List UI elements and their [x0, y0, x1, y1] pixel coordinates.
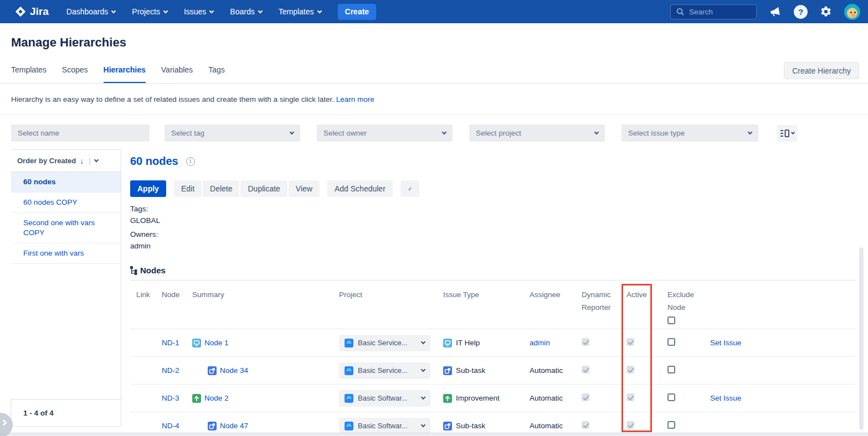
user-avatar[interactable]: [844, 4, 860, 20]
it-help-icon: [192, 339, 201, 347]
delete-button[interactable]: Delete: [203, 180, 239, 197]
assignee-link[interactable]: admin: [530, 339, 550, 347]
nav-dashboards[interactable]: Dashboards: [66, 7, 116, 16]
pagination: 1 - 4 of 4: [11, 399, 121, 427]
node-key-link[interactable]: ND-2: [162, 366, 192, 375]
chevron-down-icon: [442, 130, 446, 134]
tab-tags[interactable]: Tags: [208, 65, 225, 84]
col-node: Node: [162, 288, 192, 301]
jira-logo[interactable]: Jira: [14, 6, 49, 18]
exclude-node-checkbox[interactable]: [667, 366, 675, 373]
col-assignee: Assignee: [530, 288, 582, 301]
assignee-value: Automatic: [530, 422, 563, 430]
issue-type-label: Sub-task: [456, 422, 485, 430]
chevron-down-icon: [421, 340, 425, 344]
nav-boards[interactable]: Boards: [230, 7, 261, 16]
chevron-down-icon: [421, 395, 425, 399]
tab-scopes[interactable]: Scopes: [62, 65, 88, 84]
duplicate-button[interactable]: Duplicate: [240, 180, 287, 197]
active-checkbox: [626, 338, 634, 346]
info-icon[interactable]: i: [186, 157, 195, 166]
node-summary-link[interactable]: Node 47: [220, 422, 248, 430]
hierarchy-item-first-one[interactable]: First one with vars: [11, 243, 121, 264]
add-scheduler-button[interactable]: Add Scheduler: [327, 180, 393, 197]
hierarchy-item-60-nodes-copy[interactable]: 60 nodes COPY: [11, 193, 121, 213]
project-dropdown[interactable]: Basic Softwar...: [339, 418, 430, 434]
set-issue-link[interactable]: Set Issue: [710, 394, 741, 402]
dynamic-reporter-checkbox: [582, 393, 589, 401]
active-checkbox: [626, 421, 634, 429]
sort-descending-icon[interactable]: ↓: [80, 157, 84, 165]
col-dynamic-reporter: Dynamic Reporter: [582, 288, 626, 314]
nav-issues[interactable]: Issues: [184, 7, 213, 16]
project-avatar-icon: [345, 366, 353, 375]
nav-projects[interactable]: Projects: [132, 7, 167, 16]
edit-button[interactable]: Edit: [174, 180, 202, 197]
exclude-node-checkbox[interactable]: [667, 393, 675, 401]
node-summary-link[interactable]: Node 1: [204, 339, 229, 347]
view-button[interactable]: View: [289, 180, 320, 197]
col-link: Link: [136, 288, 162, 301]
learn-more-link[interactable]: Learn more: [336, 95, 374, 103]
search-input[interactable]: Search: [670, 4, 757, 19]
hierarchy-item-second-one[interactable]: Second one with vars COPY: [11, 213, 121, 243]
page-title: Manage Hierarchies: [11, 35, 126, 50]
chevron-down-icon: [421, 423, 425, 427]
dynamic-reporter-checkbox: [582, 421, 589, 429]
copy-link-button[interactable]: [400, 180, 419, 197]
nav-templates[interactable]: Templates: [279, 7, 321, 16]
chevron-down-icon[interactable]: [94, 158, 98, 162]
sub-task-icon: [208, 422, 217, 430]
create-hierarchy-button[interactable]: Create Hierarchy: [784, 62, 859, 79]
divider: [0, 115, 868, 115]
exclude-node-checkbox[interactable]: [667, 421, 675, 429]
project-dropdown[interactable]: Basic Service...: [339, 335, 430, 351]
hierarchy-tree-icon: [130, 266, 137, 275]
order-by-header[interactable]: Order by Created ↓ |: [11, 150, 121, 172]
tab-hierarchies[interactable]: Hierarchies: [104, 65, 146, 84]
announcements-megaphone-icon[interactable]: [769, 6, 782, 18]
active-checkbox: [626, 393, 634, 401]
action-buttons: Apply Edit Delete Duplicate View Add Sch…: [130, 180, 419, 197]
sub-task-icon: [443, 366, 452, 375]
exclude-all-checkbox[interactable]: [667, 316, 675, 324]
tags-label: Tags:: [130, 203, 160, 215]
chevron-down-icon: [258, 8, 262, 13]
node-summary-link[interactable]: Node 34: [220, 366, 248, 375]
node-key-link[interactable]: ND-1: [162, 339, 192, 347]
help-icon[interactable]: ?: [794, 5, 808, 19]
create-issue-button[interactable]: Create: [338, 4, 377, 20]
hierarchy-item-60-nodes[interactable]: 60 nodes: [11, 172, 121, 193]
page-description: Hierarchy is an easy way to define a set…: [11, 95, 374, 103]
search-placeholder: Search: [689, 8, 713, 16]
project-avatar-icon: [345, 339, 353, 347]
node-key-link[interactable]: ND-3: [162, 394, 192, 402]
nodes-section-header: Nodes: [130, 266, 166, 275]
settings-gear-icon[interactable]: [820, 6, 832, 18]
tab-variables[interactable]: Variables: [161, 65, 193, 84]
node-summary-link[interactable]: Node 2: [204, 394, 229, 402]
select-project-dropdown[interactable]: Select project: [469, 124, 605, 142]
select-owner-dropdown[interactable]: Select owner: [317, 124, 453, 142]
app-window: Jira Dashboards Projects Issues Boards T…: [0, 0, 868, 436]
view-layout-toggle-button[interactable]: [777, 125, 797, 142]
chevron-down-icon: [594, 130, 599, 134]
hierarchy-detail: 60 nodes i Apply Edit Delete Duplicate V…: [130, 149, 856, 436]
hierarchy-list-sidebar: Order by Created ↓ | 60 nodes 60 nodes C…: [11, 149, 121, 426]
active-checkbox: [626, 366, 634, 373]
apply-button[interactable]: Apply: [130, 180, 166, 197]
table-scrollbar[interactable]: [859, 247, 864, 430]
project-dropdown[interactable]: Basic Service...: [339, 362, 430, 379]
select-issue-type-dropdown[interactable]: Select issue type: [622, 124, 758, 142]
chevron-right-icon: [1, 419, 7, 425]
project-dropdown[interactable]: Basic Softwar...: [339, 390, 430, 407]
select-name-input[interactable]: [11, 124, 150, 142]
exclude-node-checkbox[interactable]: [667, 338, 675, 346]
hierarchy-title: 60 nodes: [130, 155, 178, 168]
set-issue-link[interactable]: Set Issue: [710, 339, 741, 347]
node-key-link[interactable]: ND-4: [162, 422, 192, 430]
select-tag-dropdown[interactable]: Select tag: [165, 124, 300, 142]
sub-task-icon: [208, 366, 217, 375]
tab-templates[interactable]: Templates: [11, 65, 47, 84]
assignee-value: Automatic: [530, 394, 563, 402]
